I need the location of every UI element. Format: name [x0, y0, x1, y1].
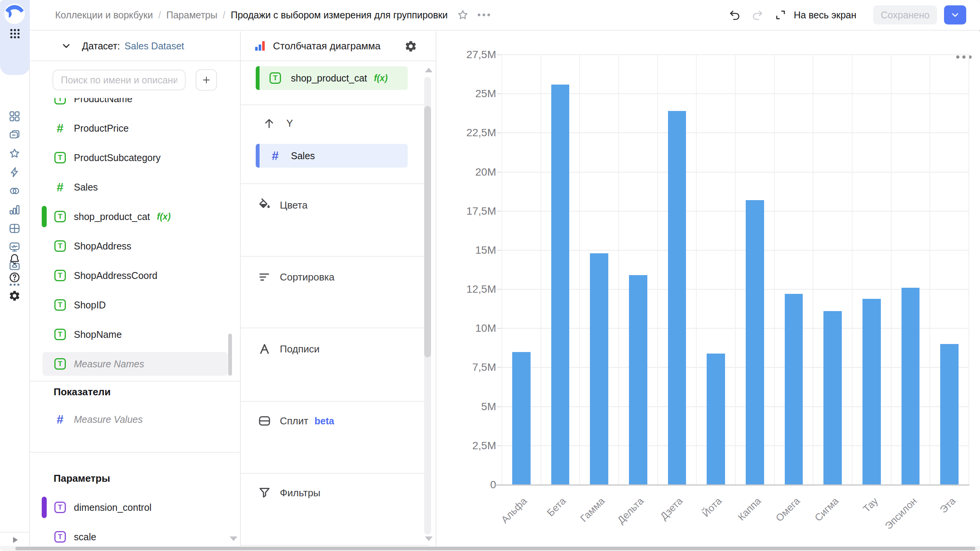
fullscreen-label[interactable]: На весь экран — [794, 10, 856, 21]
bar-дельта[interactable] — [629, 275, 647, 485]
field-name: ShopAddress — [74, 241, 131, 252]
breadcrumb-item[interactable]: Параметры — [166, 10, 217, 21]
section-split[interactable]: Сплитbeta — [258, 409, 334, 432]
y-section-header: Y — [263, 117, 293, 130]
x-axis-line — [495, 484, 969, 486]
split-icon — [258, 414, 271, 428]
field-row-shopid[interactable]: TShopID — [42, 293, 228, 317]
selected-field-indicator — [42, 206, 47, 227]
x-axis-tick-label: Эта — [938, 495, 958, 516]
bar-дзета[interactable] — [668, 111, 686, 485]
section-colors[interactable]: Цвета — [258, 194, 307, 217]
field-row-sales[interactable]: #Sales — [42, 175, 228, 199]
section-filters[interactable]: Фильтры — [258, 481, 320, 504]
bar-бета[interactable] — [551, 85, 570, 485]
chart-type-label[interactable]: Столбчатая диаграмма — [273, 40, 381, 52]
bar-тау[interactable] — [862, 299, 881, 485]
y-section-label: Y — [286, 117, 293, 129]
bar-гамма[interactable] — [590, 253, 608, 485]
x-field-chip[interactable]: T shop_product_cat f(x) — [256, 66, 408, 90]
sidebar-item-notifications-icon[interactable] — [8, 253, 21, 265]
sidebar-item-settings-icon[interactable] — [8, 290, 21, 302]
section-sort[interactable]: Сортировка — [258, 266, 335, 289]
number-field-icon: # — [53, 122, 67, 134]
field-search-input[interactable] — [52, 70, 186, 90]
bar-эта[interactable] — [940, 344, 959, 485]
scroll-down-arrow[interactable] — [425, 536, 433, 541]
field-row-shop_product_cat[interactable]: Tshop_product_catf(x) — [42, 205, 228, 228]
field-row-shopaddresscoord[interactable]: TShopAddressCoord — [42, 264, 228, 287]
field-list-scrollbar[interactable] — [228, 334, 232, 376]
string-field-icon: T — [53, 502, 67, 513]
field-row-scale[interactable]: Tscale — [42, 525, 228, 549]
sidebar-item-dashboards-icon[interactable] — [8, 222, 21, 235]
string-field-icon: T — [53, 270, 67, 281]
saved-button[interactable]: Сохранено — [873, 5, 937, 24]
section-labels[interactable]: Подписи — [258, 337, 320, 360]
string-field-icon: T — [53, 531, 67, 543]
apps-grid-icon[interactable] — [9, 28, 21, 40]
section-label: Сортировка — [280, 271, 335, 283]
bar-альфа[interactable] — [512, 352, 531, 485]
y-axis-tick-label: 27,5M — [466, 49, 496, 61]
field-name: scale — [74, 531, 96, 543]
field-name: shop_product_cat — [74, 211, 150, 222]
field-row-productprice[interactable]: #ProductPrice — [42, 116, 228, 140]
bar-slot — [618, 55, 657, 485]
section-label: Цвета — [280, 199, 307, 211]
chart-settings-gear-icon[interactable] — [404, 40, 417, 53]
bar-эпсилон[interactable] — [902, 288, 920, 485]
field-row-shopaddress[interactable]: TShopAddress — [42, 234, 228, 258]
field-name: ProductPrice — [74, 123, 129, 134]
save-dropdown-button[interactable] — [944, 5, 966, 24]
sidebar-item-workbooks-icon[interactable] — [8, 110, 21, 122]
y-field-chip[interactable]: # Sales — [256, 144, 408, 168]
bar-сигма[interactable] — [823, 311, 842, 485]
scroll-down-arrow[interactable] — [230, 536, 237, 541]
datalens-logo-icon[interactable] — [4, 3, 25, 24]
field-row-productsubcategory[interactable]: TProductSubcategory — [42, 146, 228, 170]
dataset-name-link[interactable]: Sales Dataset — [124, 41, 184, 52]
field-row-dimension_control[interactable]: Tdimension_control — [42, 496, 228, 519]
config-scrollbar[interactable] — [424, 106, 431, 357]
field-row-shopname[interactable]: TShopName — [42, 323, 228, 346]
field-row-measure-values[interactable]: #Measure Values — [42, 408, 228, 431]
more-options-icon[interactable] — [477, 9, 491, 21]
redo-button[interactable] — [751, 9, 764, 21]
undo-button[interactable] — [728, 9, 741, 21]
x-axis-tick-label: Альфа — [499, 495, 529, 526]
sidebar-item-collections-icon[interactable] — [8, 129, 21, 141]
add-field-button[interactable] — [196, 69, 217, 91]
expand-sidebar-icon[interactable] — [10, 535, 20, 545]
collapse-dataset-icon[interactable] — [60, 40, 72, 52]
sidebar-item-monitoring-icon[interactable] — [8, 241, 21, 253]
bar-каппа[interactable] — [746, 200, 764, 485]
bar-йота[interactable] — [707, 354, 725, 485]
horizontal-scrollbar-track — [0, 546, 980, 551]
section-divider — [241, 256, 429, 257]
horizontal-scrollbar[interactable] — [15, 547, 975, 550]
x-axis-tick-label: Тау — [861, 495, 880, 515]
y-axis-tick-label: 5M — [481, 401, 496, 413]
sidebar-item-favorites-icon[interactable] — [8, 147, 21, 160]
y-axis-tick-label: 15M — [475, 244, 496, 256]
fullscreen-icon[interactable] — [774, 9, 787, 21]
bar-chart-type-icon[interactable] — [254, 40, 266, 52]
string-field-icon: T — [53, 299, 67, 311]
topbar: Коллекции и воркбуки/Параметры/Продажи с… — [30, 0, 980, 31]
breadcrumb-item[interactable]: Коллекции и воркбуки — [55, 10, 153, 21]
bar-омега[interactable] — [785, 294, 803, 485]
sidebar-item-charts-icon[interactable] — [8, 204, 21, 216]
y-axis: 02,5M5M7,5M10M12,5M15M17,5M20M22,5M25M27… — [436, 55, 496, 485]
y-axis-tick-label: 2,5M — [472, 440, 496, 452]
chart-config-panel: Столбчатая диаграмма T shop_product_cat … — [241, 31, 436, 551]
scroll-up-arrow[interactable] — [425, 68, 433, 72]
group-header: Показатели — [54, 386, 111, 398]
colors-icon — [258, 198, 271, 212]
sidebar-item-help-icon[interactable] — [8, 271, 21, 284]
section-divider — [241, 473, 429, 474]
sidebar-item-connections-icon[interactable] — [8, 166, 21, 178]
sidebar-item-datasets-icon[interactable] — [8, 185, 21, 197]
field-row-measure-names[interactable]: TMeasure Names — [42, 352, 228, 376]
favorite-star-icon[interactable] — [457, 9, 469, 21]
